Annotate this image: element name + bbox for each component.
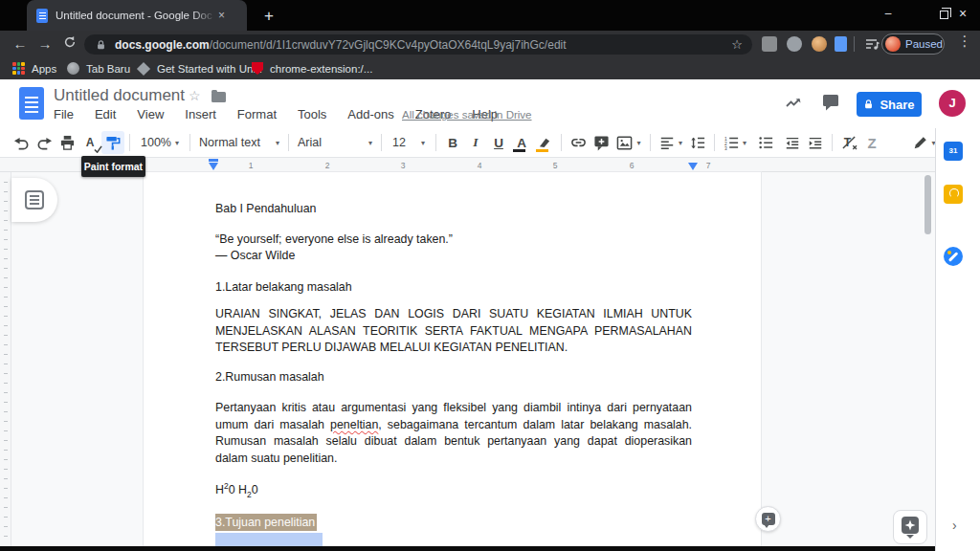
reload-icon[interactable] [57, 31, 82, 57]
doc-quote-line[interactable]: “Be yourself; everyone else is already t… [215, 231, 692, 249]
extension-icon[interactable] [762, 36, 777, 52]
account-avatar[interactable]: J [939, 90, 966, 117]
font-select[interactable]: Arial ▾ [294, 131, 376, 154]
numbered-list-button[interactable]: 123 ▾ [720, 131, 750, 154]
doc-paragraph-line[interactable]: TERSEBUT PERLU DIJAWAB MELALUI KEGIATAN … [215, 340, 692, 357]
vertical-scrollbar[interactable] [924, 175, 931, 234]
menu-format[interactable]: Format [237, 107, 277, 121]
document-title[interactable]: Untitled document [54, 86, 185, 105]
hide-side-panel-icon[interactable]: › [952, 518, 957, 533]
avatar-extension-icon[interactable] [812, 36, 827, 52]
window-close-button[interactable]: × [944, 0, 980, 29]
bot-extension-icon[interactable] [787, 36, 802, 52]
add-comment-icon: + [762, 513, 775, 525]
doc-extension-icon[interactable] [835, 36, 847, 52]
first-line-indent-marker[interactable] [209, 159, 218, 162]
docs-logo-icon[interactable] [19, 87, 44, 120]
zotero-button[interactable]: Z [860, 131, 883, 154]
decrease-indent-button[interactable] [781, 131, 804, 154]
doc-heading[interactable]: Bab I Pendahuluan [215, 201, 692, 218]
doc-formula-line[interactable]: H20 H20 [215, 478, 692, 503]
print-button[interactable] [56, 131, 78, 154]
document-outline-icon [25, 190, 44, 209]
paragraph-style-select[interactable]: Normal text ▾ [195, 131, 283, 154]
right-indent-marker[interactable] [688, 163, 698, 170]
doc-heading[interactable]: 1.Latar belakang masalah [215, 279, 692, 297]
share-button[interactable]: Share [857, 92, 922, 117]
vertical-ruler[interactable] [0, 172, 11, 551]
insert-comment-button[interactable] [590, 131, 612, 154]
window-minimize-button[interactable]: – [869, 0, 907, 29]
doc-paragraph-line[interactable]: Pertanyaan kritis atau argumentasi yang … [215, 400, 692, 417]
ruler-mark: 4 [475, 161, 485, 170]
explore-button[interactable] [893, 510, 927, 544]
document-body[interactable]: Bab I Pendahuluan “Be yourself; everyone… [215, 201, 692, 551]
line-spacing-button[interactable] [686, 131, 709, 154]
calendar-icon[interactable]: 31 [944, 142, 963, 161]
menu-edit[interactable]: Edit [95, 107, 116, 121]
doc-paragraph-line[interactable]: MENJELASKAN ALASAN TEORITIK SERTA FAKTUA… [215, 323, 692, 341]
tasks-icon[interactable] [944, 247, 963, 266]
clear-formatting-button[interactable]: T [837, 131, 860, 154]
insert-link-button[interactable] [567, 131, 590, 154]
italic-button[interactable]: I [464, 131, 487, 154]
paint-format-button[interactable] [101, 131, 124, 154]
doc-heading-highlighted[interactable]: 3.Tujuan penelitian [215, 514, 692, 531]
bookmark-chrome-extension[interactable]: chrome-extension:/... [252, 57, 372, 79]
bold-button[interactable]: B [441, 131, 464, 154]
doc-paragraph-line[interactable]: dalam suatu penelitian. [215, 451, 692, 468]
document-page[interactable]: Bab I Pendahuluan “Be yourself; everyone… [144, 172, 761, 551]
activity-dashboard-icon[interactable] [785, 94, 802, 115]
url-path: /document/d/1I1crwduvY72vGjlqC9KCv4pyOta… [210, 38, 728, 52]
highlighted-text[interactable]: 3.Tujuan penelitian [215, 514, 317, 531]
bookmark-tab-baru[interactable]: Tab Baru [67, 57, 130, 79]
keep-icon[interactable] [944, 185, 963, 204]
undo-button[interactable] [10, 131, 33, 154]
shield-favicon-icon [252, 62, 263, 75]
menu-insert[interactable]: Insert [185, 107, 216, 121]
zoom-select[interactable]: 100% ▾ [135, 131, 185, 154]
doc-paragraph-line[interactable]: umum dari masalah peneltian, sebagaimana… [215, 417, 692, 434]
paint-format-tooltip: Paint format [81, 156, 145, 177]
menu-tools[interactable]: Tools [298, 107, 326, 121]
add-comment-button[interactable]: + [755, 506, 781, 532]
align-button[interactable]: ▾ [656, 131, 686, 154]
forward-icon[interactable]: → [33, 31, 57, 57]
underline-button[interactable]: U [487, 131, 510, 154]
doc-heading[interactable]: 2.Rumusan masalah [215, 369, 692, 386]
doc-paragraph-line[interactable]: Rumusan masalah selalu dibuat dalam bent… [215, 433, 692, 451]
back-icon[interactable]: ← [8, 31, 33, 57]
highlight-color-button[interactable] [533, 131, 556, 154]
insert-image-button[interactable]: ▾ [612, 131, 645, 154]
docs-favicon-icon [36, 9, 48, 23]
menu-addons[interactable]: Add-ons [347, 107, 393, 121]
text-color-button[interactable]: A [510, 131, 533, 154]
menu-file[interactable]: File [54, 107, 74, 121]
bookmark-get-started[interactable]: Get Started with Un... [137, 57, 262, 79]
ruler-mark: 2 [323, 161, 333, 170]
spelling-check-button[interactable]: A [78, 131, 101, 154]
browser-tab[interactable]: Untitled document - Google Doc × [27, 0, 247, 31]
redo-button[interactable] [33, 131, 56, 154]
profile-sync-paused-button[interactable]: Paused [881, 33, 945, 55]
left-indent-marker[interactable] [209, 163, 218, 170]
tab-close-icon[interactable]: × [218, 9, 225, 22]
move-folder-icon[interactable] [212, 92, 226, 102]
doc-quote-attribution[interactable]: — Oscar Wilde [215, 248, 692, 265]
bulleted-list-button[interactable] [750, 131, 781, 154]
url-bar[interactable]: docs.google.com /document/d/1I1crwduvY72… [84, 34, 752, 55]
save-status[interactable]: All changes saved in Drive [402, 109, 532, 121]
font-size-select[interactable]: 12 ▾ [387, 131, 431, 154]
new-tab-button[interactable]: + [256, 5, 281, 28]
comments-icon[interactable] [822, 94, 840, 115]
url-domain: docs.google.com [115, 38, 210, 52]
doc-paragraph-line[interactable]: URAIAN SINGKAT, JELAS DAN LOGIS DARI SUA… [215, 306, 692, 323]
menu-view[interactable]: View [137, 107, 164, 121]
increase-indent-button[interactable] [804, 131, 827, 154]
bookmark-apps[interactable]: Apps [12, 57, 56, 79]
browser-menu-icon[interactable]: ⋮ [957, 33, 972, 50]
bookmark-star-icon[interactable]: ☆ [731, 37, 743, 52]
star-document-icon[interactable]: ☆ [189, 88, 201, 103]
media-controls-icon[interactable] [864, 36, 880, 55]
font-value: Arial [298, 136, 322, 149]
